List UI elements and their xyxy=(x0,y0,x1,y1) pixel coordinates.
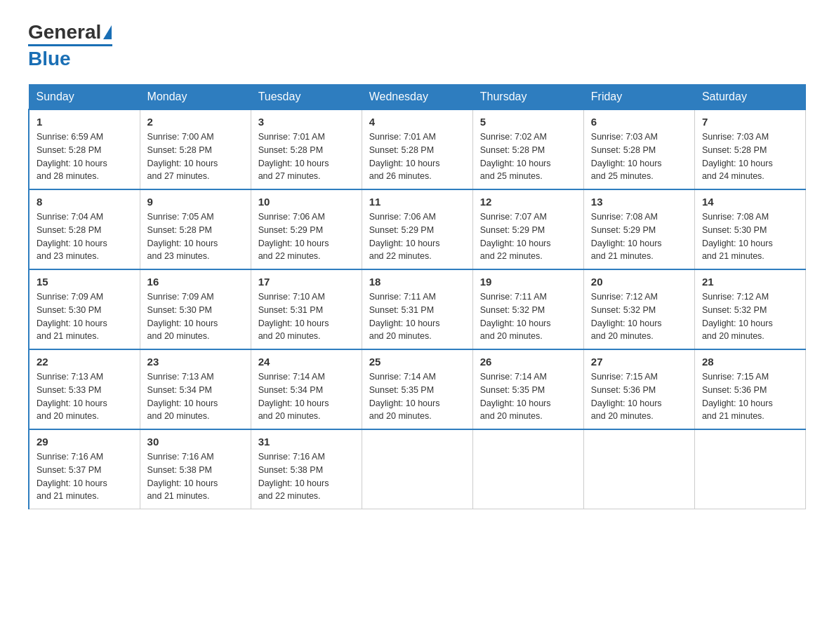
day-info: Sunrise: 7:16 AM Sunset: 5:38 PM Dayligh… xyxy=(147,450,244,503)
day-number: 4 xyxy=(369,116,465,128)
calendar-cell xyxy=(694,429,805,509)
logo-triangle-icon xyxy=(103,25,112,39)
day-info: Sunrise: 7:08 AM Sunset: 5:30 PM Dayligh… xyxy=(702,210,798,263)
day-info: Sunrise: 7:11 AM Sunset: 5:32 PM Dayligh… xyxy=(480,290,576,343)
calendar-cell xyxy=(472,429,583,509)
column-header-monday: Monday xyxy=(140,85,251,110)
day-number: 8 xyxy=(37,196,133,208)
day-info: Sunrise: 7:09 AM Sunset: 5:30 PM Dayligh… xyxy=(147,290,244,343)
calendar-cell: 2Sunrise: 7:00 AM Sunset: 5:28 PM Daylig… xyxy=(140,109,251,189)
day-number: 5 xyxy=(480,116,576,128)
day-info: Sunrise: 7:03 AM Sunset: 5:28 PM Dayligh… xyxy=(591,130,687,183)
day-info: Sunrise: 7:04 AM Sunset: 5:28 PM Dayligh… xyxy=(37,210,133,263)
day-number: 7 xyxy=(702,116,798,128)
day-info: Sunrise: 7:01 AM Sunset: 5:28 PM Dayligh… xyxy=(258,130,355,183)
logo-general-part: General xyxy=(28,21,101,43)
column-header-saturday: Saturday xyxy=(694,85,805,110)
day-info: Sunrise: 7:01 AM Sunset: 5:28 PM Dayligh… xyxy=(369,130,465,183)
calendar-cell xyxy=(362,429,472,509)
logo-wordmark: General xyxy=(28,21,112,43)
logo-blue-label: Blue xyxy=(28,48,71,70)
calendar-cell: 17Sunrise: 7:10 AM Sunset: 5:31 PM Dayli… xyxy=(251,269,362,349)
calendar-cell: 24Sunrise: 7:14 AM Sunset: 5:34 PM Dayli… xyxy=(251,349,362,429)
calendar-cell: 22Sunrise: 7:13 AM Sunset: 5:33 PM Dayli… xyxy=(29,349,140,429)
calendar-cell: 7Sunrise: 7:03 AM Sunset: 5:28 PM Daylig… xyxy=(694,109,805,189)
calendar-cell: 12Sunrise: 7:07 AM Sunset: 5:29 PM Dayli… xyxy=(472,189,583,269)
day-info: Sunrise: 7:16 AM Sunset: 5:38 PM Dayligh… xyxy=(258,450,355,503)
day-number: 23 xyxy=(147,356,244,368)
calendar-cell: 27Sunrise: 7:15 AM Sunset: 5:36 PM Dayli… xyxy=(583,349,694,429)
calendar-cell: 10Sunrise: 7:06 AM Sunset: 5:29 PM Dayli… xyxy=(251,189,362,269)
day-number: 21 xyxy=(702,276,798,288)
calendar-body: 1Sunrise: 6:59 AM Sunset: 5:28 PM Daylig… xyxy=(29,109,806,509)
day-number: 30 xyxy=(147,436,244,448)
day-number: 11 xyxy=(369,196,465,208)
day-number: 22 xyxy=(37,356,133,368)
calendar-week-1: 1Sunrise: 6:59 AM Sunset: 5:28 PM Daylig… xyxy=(29,109,806,189)
day-number: 15 xyxy=(37,276,133,288)
calendar-cell: 5Sunrise: 7:02 AM Sunset: 5:28 PM Daylig… xyxy=(472,109,583,189)
day-number: 29 xyxy=(37,436,133,448)
day-number: 24 xyxy=(258,356,355,368)
column-header-wednesday: Wednesday xyxy=(362,85,472,110)
day-number: 20 xyxy=(591,276,687,288)
calendar-cell: 31Sunrise: 7:16 AM Sunset: 5:38 PM Dayli… xyxy=(251,429,362,509)
calendar-week-3: 15Sunrise: 7:09 AM Sunset: 5:30 PM Dayli… xyxy=(29,269,806,349)
calendar-week-4: 22Sunrise: 7:13 AM Sunset: 5:33 PM Dayli… xyxy=(29,349,806,429)
day-number: 17 xyxy=(258,276,355,288)
day-info: Sunrise: 6:59 AM Sunset: 5:28 PM Dayligh… xyxy=(37,130,133,183)
calendar-cell: 16Sunrise: 7:09 AM Sunset: 5:30 PM Dayli… xyxy=(140,269,251,349)
calendar-cell: 29Sunrise: 7:16 AM Sunset: 5:37 PM Dayli… xyxy=(29,429,140,509)
calendar-cell: 14Sunrise: 7:08 AM Sunset: 5:30 PM Dayli… xyxy=(694,189,805,269)
column-header-tuesday: Tuesday xyxy=(251,85,362,110)
calendar-cell: 8Sunrise: 7:04 AM Sunset: 5:28 PM Daylig… xyxy=(29,189,140,269)
day-number: 16 xyxy=(147,276,244,288)
day-info: Sunrise: 7:15 AM Sunset: 5:36 PM Dayligh… xyxy=(591,370,687,423)
calendar-cell: 25Sunrise: 7:14 AM Sunset: 5:35 PM Dayli… xyxy=(362,349,472,429)
day-info: Sunrise: 7:07 AM Sunset: 5:29 PM Dayligh… xyxy=(480,210,576,263)
column-header-thursday: Thursday xyxy=(472,85,583,110)
day-number: 31 xyxy=(258,436,355,448)
day-number: 10 xyxy=(258,196,355,208)
calendar-week-5: 29Sunrise: 7:16 AM Sunset: 5:37 PM Dayli… xyxy=(29,429,806,509)
calendar-cell: 28Sunrise: 7:15 AM Sunset: 5:36 PM Dayli… xyxy=(694,349,805,429)
day-info: Sunrise: 7:11 AM Sunset: 5:31 PM Dayligh… xyxy=(369,290,465,343)
day-number: 6 xyxy=(591,116,687,128)
calendar-cell xyxy=(583,429,694,509)
day-info: Sunrise: 7:08 AM Sunset: 5:29 PM Dayligh… xyxy=(591,210,687,263)
day-info: Sunrise: 7:00 AM Sunset: 5:28 PM Dayligh… xyxy=(147,130,244,183)
calendar-table: SundayMondayTuesdayWednesdayThursdayFrid… xyxy=(28,84,806,509)
day-number: 27 xyxy=(591,356,687,368)
day-number: 12 xyxy=(480,196,576,208)
calendar-cell: 1Sunrise: 6:59 AM Sunset: 5:28 PM Daylig… xyxy=(29,109,140,189)
calendar-cell: 6Sunrise: 7:03 AM Sunset: 5:28 PM Daylig… xyxy=(583,109,694,189)
calendar-cell: 4Sunrise: 7:01 AM Sunset: 5:28 PM Daylig… xyxy=(362,109,472,189)
logo-divider xyxy=(28,44,112,46)
calendar-cell: 11Sunrise: 7:06 AM Sunset: 5:29 PM Dayli… xyxy=(362,189,472,269)
day-number: 13 xyxy=(591,196,687,208)
day-number: 19 xyxy=(480,276,576,288)
day-number: 18 xyxy=(369,276,465,288)
day-info: Sunrise: 7:03 AM Sunset: 5:28 PM Dayligh… xyxy=(702,130,798,183)
day-number: 14 xyxy=(702,196,798,208)
day-info: Sunrise: 7:15 AM Sunset: 5:36 PM Dayligh… xyxy=(702,370,798,423)
day-info: Sunrise: 7:14 AM Sunset: 5:34 PM Dayligh… xyxy=(258,370,355,423)
day-info: Sunrise: 7:14 AM Sunset: 5:35 PM Dayligh… xyxy=(480,370,576,423)
column-header-friday: Friday xyxy=(583,85,694,110)
calendar-week-2: 8Sunrise: 7:04 AM Sunset: 5:28 PM Daylig… xyxy=(29,189,806,269)
day-info: Sunrise: 7:14 AM Sunset: 5:35 PM Dayligh… xyxy=(369,370,465,423)
day-number: 26 xyxy=(480,356,576,368)
calendar-cell: 3Sunrise: 7:01 AM Sunset: 5:28 PM Daylig… xyxy=(251,109,362,189)
day-number: 1 xyxy=(37,116,133,128)
day-number: 25 xyxy=(369,356,465,368)
calendar-cell: 20Sunrise: 7:12 AM Sunset: 5:32 PM Dayli… xyxy=(583,269,694,349)
day-info: Sunrise: 7:06 AM Sunset: 5:29 PM Dayligh… xyxy=(369,210,465,263)
day-number: 28 xyxy=(702,356,798,368)
day-info: Sunrise: 7:06 AM Sunset: 5:29 PM Dayligh… xyxy=(258,210,355,263)
day-info: Sunrise: 7:12 AM Sunset: 5:32 PM Dayligh… xyxy=(702,290,798,343)
day-info: Sunrise: 7:09 AM Sunset: 5:30 PM Dayligh… xyxy=(37,290,133,343)
calendar-cell: 9Sunrise: 7:05 AM Sunset: 5:28 PM Daylig… xyxy=(140,189,251,269)
day-number: 2 xyxy=(147,116,244,128)
calendar-cell: 15Sunrise: 7:09 AM Sunset: 5:30 PM Dayli… xyxy=(29,269,140,349)
page-header: General Blue xyxy=(28,21,806,70)
